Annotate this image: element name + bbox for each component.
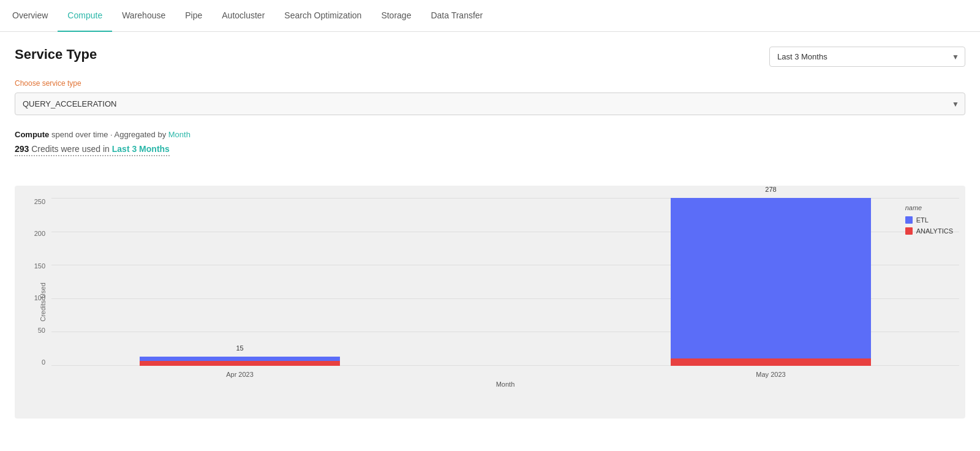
nav-item-overview[interactable]: Overview — [12, 0, 58, 32]
bar-label-may2023: 278 — [765, 186, 776, 193]
bar-segment-analytics-may2023 — [671, 358, 871, 366]
x-axis: Apr 2023 May 2023 — [51, 371, 959, 378]
x-axis-label: Month — [51, 381, 959, 388]
nav-item-data-transfer[interactable]: Data Transfer — [421, 0, 492, 32]
y-tick-250: 250 — [34, 198, 45, 205]
y-tick-100: 100 — [34, 294, 45, 301]
chart-plot-area: 250 200 150 100 50 0 — [51, 198, 959, 366]
legend-item-etl: ETL — [905, 216, 953, 224]
chart-subtitle: Compute spend over time · Aggregated by … — [15, 130, 965, 139]
y-tick-200: 200 — [34, 230, 45, 237]
x-tick-may2023: May 2023 — [628, 371, 914, 378]
chart-legend: name ETL ANALYTICS — [905, 204, 953, 235]
main-content: Service Type Last 3 Months ▼ Choose serv… — [0, 32, 980, 419]
chart-subtitle-link[interactable]: Month — [168, 130, 190, 139]
x-tick-apr2023: Apr 2023 — [97, 371, 383, 378]
chart-subtitle-rest: spend over time · Aggregated by — [49, 130, 168, 139]
credits-count: 293 — [15, 144, 29, 154]
nav-item-storage[interactable]: Storage — [371, 0, 421, 32]
nav-item-pipe[interactable]: Pipe — [175, 0, 212, 32]
nav-item-autocluster[interactable]: Autocluster — [212, 0, 274, 32]
legend-swatch-etl — [905, 216, 913, 224]
chart-wrapper: Credits Used 250 200 150 100 50 0 — [15, 186, 965, 419]
credits-used-text: were used in — [59, 144, 112, 154]
nav-item-search-optimization[interactable]: Search Optimization — [274, 0, 371, 32]
service-type-label: Choose service type — [15, 79, 965, 88]
legend-label-etl: ETL — [916, 216, 929, 224]
page-title: Service Type — [15, 47, 97, 63]
nav-bar: Overview Compute Warehouse Pipe Autoclus… — [0, 0, 980, 32]
y-tick-0: 0 — [42, 358, 45, 366]
y-axis-ticks: 250 200 150 100 50 0 — [21, 198, 45, 366]
bar-stack-apr2023: 15 — [140, 357, 340, 366]
bar-segment-etl-may2023 — [671, 198, 871, 358]
bar-group-apr2023: 15 — [97, 198, 383, 366]
service-type-select[interactable]: QUERY_ACCELERATION — [15, 93, 965, 115]
time-range-dropdown-container: Last 3 Months ▼ — [769, 47, 965, 67]
bar-segment-etl-apr2023 — [140, 357, 340, 361]
y-tick-150: 150 — [34, 262, 45, 270]
chart-subtitle-bold: Compute — [15, 130, 49, 139]
bar-segment-analytics-apr2023 — [140, 361, 340, 366]
bar-label-apr2023: 15 — [236, 344, 243, 352]
time-range-select[interactable]: Last 3 Months — [769, 47, 965, 67]
legend-label-analytics: ANALYTICS — [916, 227, 953, 235]
nav-item-warehouse[interactable]: Warehouse — [112, 0, 175, 32]
legend-swatch-analytics — [905, 227, 913, 235]
legend-title: name — [905, 204, 953, 211]
nav-item-compute[interactable]: Compute — [58, 0, 112, 32]
y-tick-50: 50 — [38, 327, 45, 334]
bar-stack-may2023: 278 — [671, 198, 871, 366]
header-row: Service Type Last 3 Months ▼ — [15, 47, 965, 67]
credits-label: Credits — [29, 144, 58, 154]
credits-summary: 293 Credits were used in Last 3 Months — [15, 144, 170, 156]
service-type-dropdown-container: QUERY_ACCELERATION ▼ — [15, 93, 965, 115]
bar-group-may2023: 278 — [628, 198, 914, 366]
credits-period: Last 3 Months — [112, 144, 170, 154]
legend-item-analytics: ANALYTICS — [905, 227, 953, 235]
chart-inner: 250 200 150 100 50 0 — [51, 198, 959, 388]
bars-container: 15 278 — [51, 198, 959, 366]
